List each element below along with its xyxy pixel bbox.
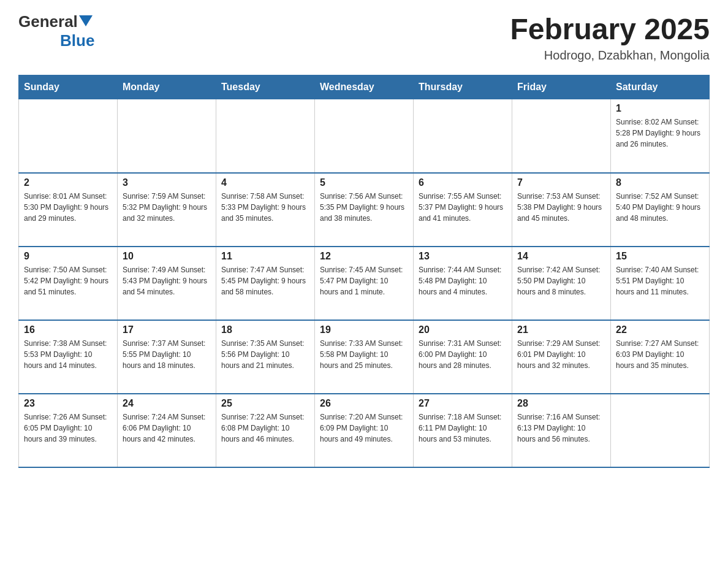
day-number: 11 xyxy=(221,251,309,262)
calendar-cell xyxy=(19,99,118,173)
calendar-cell: 8Sunrise: 7:52 AM Sunset: 5:40 PM Daylig… xyxy=(611,173,710,247)
day-number: 1 xyxy=(616,103,704,114)
day-number: 26 xyxy=(320,398,408,409)
weekday-header-tuesday: Tuesday xyxy=(216,75,315,99)
day-number: 20 xyxy=(419,324,507,335)
calendar-cell xyxy=(118,99,216,173)
day-number: 27 xyxy=(419,398,507,409)
day-number: 16 xyxy=(24,324,112,335)
day-number: 7 xyxy=(517,177,605,188)
calendar-cell: 1Sunrise: 8:02 AM Sunset: 5:28 PM Daylig… xyxy=(611,99,710,173)
day-number: 21 xyxy=(517,324,605,335)
day-number: 8 xyxy=(616,177,704,188)
day-number: 15 xyxy=(616,251,704,262)
calendar-cell: 16Sunrise: 7:38 AM Sunset: 5:53 PM Dayli… xyxy=(19,320,118,394)
day-number: 19 xyxy=(320,324,408,335)
calendar-cell: 19Sunrise: 7:33 AM Sunset: 5:58 PM Dayli… xyxy=(315,320,414,394)
weekday-header-sunday: Sunday xyxy=(19,75,118,99)
calendar-cell: 28Sunrise: 7:16 AM Sunset: 6:13 PM Dayli… xyxy=(512,394,611,467)
day-info: Sunrise: 7:31 AM Sunset: 6:00 PM Dayligh… xyxy=(419,338,507,371)
day-number: 22 xyxy=(616,324,704,335)
day-info: Sunrise: 7:26 AM Sunset: 6:05 PM Dayligh… xyxy=(24,412,112,445)
logo-triangle-icon xyxy=(79,15,93,26)
calendar-cell: 2Sunrise: 8:01 AM Sunset: 5:30 PM Daylig… xyxy=(19,173,118,247)
day-info: Sunrise: 7:53 AM Sunset: 5:38 PM Dayligh… xyxy=(517,191,605,224)
day-info: Sunrise: 7:47 AM Sunset: 5:45 PM Dayligh… xyxy=(221,264,309,297)
day-info: Sunrise: 7:37 AM Sunset: 5:55 PM Dayligh… xyxy=(123,338,211,371)
day-number: 3 xyxy=(123,177,211,188)
day-number: 2 xyxy=(24,177,112,188)
calendar-cell: 25Sunrise: 7:22 AM Sunset: 6:08 PM Dayli… xyxy=(216,394,315,467)
calendar-cell xyxy=(611,394,710,467)
calendar-cell: 27Sunrise: 7:18 AM Sunset: 6:11 PM Dayli… xyxy=(414,394,512,467)
calendar-cell xyxy=(216,99,315,173)
day-number: 24 xyxy=(123,398,211,409)
day-info: Sunrise: 7:44 AM Sunset: 5:48 PM Dayligh… xyxy=(419,264,507,297)
day-number: 4 xyxy=(221,177,309,188)
day-info: Sunrise: 7:50 AM Sunset: 5:42 PM Dayligh… xyxy=(24,264,112,297)
calendar-week-row: 2Sunrise: 8:01 AM Sunset: 5:30 PM Daylig… xyxy=(19,173,710,247)
day-info: Sunrise: 7:42 AM Sunset: 5:50 PM Dayligh… xyxy=(517,264,605,297)
day-number: 12 xyxy=(320,251,408,262)
calendar-cell: 23Sunrise: 7:26 AM Sunset: 6:05 PM Dayli… xyxy=(19,394,118,467)
day-info: Sunrise: 7:18 AM Sunset: 6:11 PM Dayligh… xyxy=(419,412,507,445)
day-info: Sunrise: 7:56 AM Sunset: 5:35 PM Dayligh… xyxy=(320,191,408,224)
calendar-week-row: 1Sunrise: 8:02 AM Sunset: 5:28 PM Daylig… xyxy=(19,99,710,173)
svg-marker-0 xyxy=(79,15,93,26)
day-number: 25 xyxy=(221,398,309,409)
day-number: 6 xyxy=(419,177,507,188)
calendar-cell: 10Sunrise: 7:49 AM Sunset: 5:43 PM Dayli… xyxy=(118,247,216,320)
day-info: Sunrise: 7:45 AM Sunset: 5:47 PM Dayligh… xyxy=(320,264,408,297)
calendar-week-row: 23Sunrise: 7:26 AM Sunset: 6:05 PM Dayli… xyxy=(19,394,710,467)
calendar-cell: 9Sunrise: 7:50 AM Sunset: 5:42 PM Daylig… xyxy=(19,247,118,320)
weekday-header-saturday: Saturday xyxy=(611,75,710,99)
calendar-cell: 4Sunrise: 7:58 AM Sunset: 5:33 PM Daylig… xyxy=(216,173,315,247)
day-info: Sunrise: 7:55 AM Sunset: 5:37 PM Dayligh… xyxy=(419,191,507,224)
day-info: Sunrise: 7:27 AM Sunset: 6:03 PM Dayligh… xyxy=(616,338,704,371)
calendar-cell: 5Sunrise: 7:56 AM Sunset: 5:35 PM Daylig… xyxy=(315,173,414,247)
weekday-header-monday: Monday xyxy=(118,75,216,99)
calendar-cell xyxy=(315,99,414,173)
day-info: Sunrise: 8:01 AM Sunset: 5:30 PM Dayligh… xyxy=(24,191,112,224)
day-number: 17 xyxy=(123,324,211,335)
calendar-table: SundayMondayTuesdayWednesdayThursdayFrid… xyxy=(18,75,710,468)
day-info: Sunrise: 8:02 AM Sunset: 5:28 PM Dayligh… xyxy=(616,117,704,150)
day-info: Sunrise: 7:49 AM Sunset: 5:43 PM Dayligh… xyxy=(123,264,211,297)
day-info: Sunrise: 7:20 AM Sunset: 6:09 PM Dayligh… xyxy=(320,412,408,445)
calendar-cell: 14Sunrise: 7:42 AM Sunset: 5:50 PM Dayli… xyxy=(512,247,611,320)
calendar-cell: 12Sunrise: 7:45 AM Sunset: 5:47 PM Dayli… xyxy=(315,247,414,320)
month-title: February 2025 xyxy=(510,12,710,46)
logo-general: General xyxy=(18,12,78,31)
calendar-cell: 6Sunrise: 7:55 AM Sunset: 5:37 PM Daylig… xyxy=(414,173,512,247)
weekday-header-thursday: Thursday xyxy=(414,75,512,99)
logo-blue: Blue xyxy=(60,31,94,50)
day-number: 10 xyxy=(123,251,211,262)
calendar-cell: 18Sunrise: 7:35 AM Sunset: 5:56 PM Dayli… xyxy=(216,320,315,394)
calendar-cell xyxy=(512,99,611,173)
calendar-cell: 24Sunrise: 7:24 AM Sunset: 6:06 PM Dayli… xyxy=(118,394,216,467)
day-number: 9 xyxy=(24,251,112,262)
day-number: 14 xyxy=(517,251,605,262)
day-info: Sunrise: 7:52 AM Sunset: 5:40 PM Dayligh… xyxy=(616,191,704,224)
day-info: Sunrise: 7:35 AM Sunset: 5:56 PM Dayligh… xyxy=(221,338,309,371)
calendar-cell: 15Sunrise: 7:40 AM Sunset: 5:51 PM Dayli… xyxy=(611,247,710,320)
calendar-cell: 13Sunrise: 7:44 AM Sunset: 5:48 PM Dayli… xyxy=(414,247,512,320)
location: Hodrogo, Dzabkhan, Mongolia xyxy=(510,48,710,63)
weekday-header-friday: Friday xyxy=(512,75,611,99)
calendar-cell: 26Sunrise: 7:20 AM Sunset: 6:09 PM Dayli… xyxy=(315,394,414,467)
calendar-week-row: 16Sunrise: 7:38 AM Sunset: 5:53 PM Dayli… xyxy=(19,320,710,394)
calendar-cell: 3Sunrise: 7:59 AM Sunset: 5:32 PM Daylig… xyxy=(118,173,216,247)
day-info: Sunrise: 7:38 AM Sunset: 5:53 PM Dayligh… xyxy=(24,338,112,371)
day-info: Sunrise: 7:29 AM Sunset: 6:01 PM Dayligh… xyxy=(517,338,605,371)
day-number: 13 xyxy=(419,251,507,262)
day-number: 28 xyxy=(517,398,605,409)
weekday-header-wednesday: Wednesday xyxy=(315,75,414,99)
title-section: February 2025 Hodrogo, Dzabkhan, Mongoli… xyxy=(510,12,710,63)
day-info: Sunrise: 7:58 AM Sunset: 5:33 PM Dayligh… xyxy=(221,191,309,224)
day-number: 5 xyxy=(320,177,408,188)
calendar-cell: 17Sunrise: 7:37 AM Sunset: 5:55 PM Dayli… xyxy=(118,320,216,394)
calendar-cell: 11Sunrise: 7:47 AM Sunset: 5:45 PM Dayli… xyxy=(216,247,315,320)
day-info: Sunrise: 7:40 AM Sunset: 5:51 PM Dayligh… xyxy=(616,264,704,297)
day-info: Sunrise: 7:24 AM Sunset: 6:06 PM Dayligh… xyxy=(123,412,211,445)
day-info: Sunrise: 7:33 AM Sunset: 5:58 PM Dayligh… xyxy=(320,338,408,371)
